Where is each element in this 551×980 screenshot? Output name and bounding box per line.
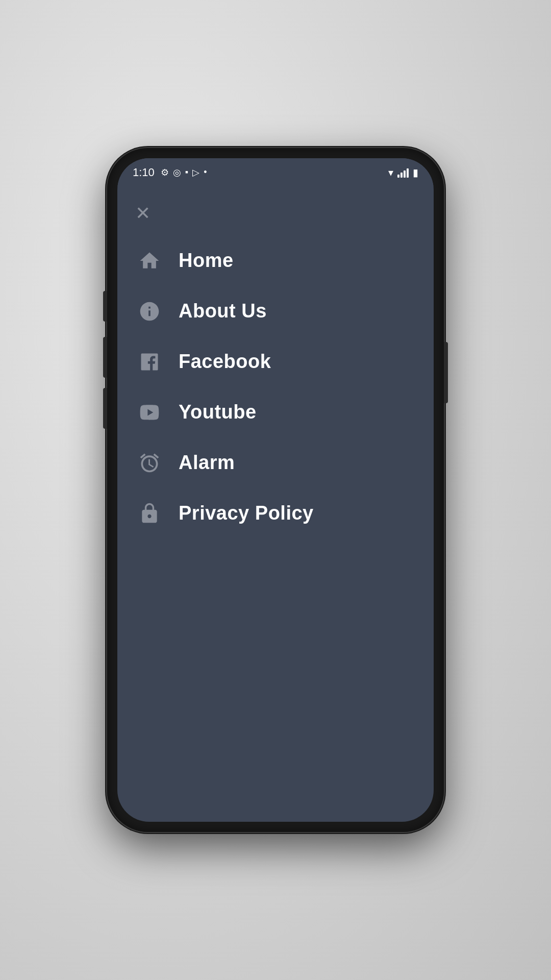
close-icon[interactable]: ✕ bbox=[135, 203, 151, 224]
at-icon: ◎ bbox=[173, 167, 181, 178]
home-icon bbox=[135, 247, 163, 275]
status-bar-right: ▾ ▮ bbox=[388, 166, 418, 179]
wifi-icon: ▾ bbox=[388, 166, 393, 179]
menu-list: Home About Us bbox=[117, 235, 434, 538]
status-bar-left: 1:10 ⚙ ◎ ▪ ▷ • bbox=[133, 166, 207, 179]
facebook-icon bbox=[135, 348, 163, 376]
menu-label-youtube: Youtube bbox=[179, 401, 257, 423]
menu-item-privacy-policy[interactable]: Privacy Policy bbox=[117, 488, 434, 538]
status-bar: 1:10 ⚙ ◎ ▪ ▷ • ▾ ▮ bbox=[117, 158, 434, 186]
menu-content: ✕ Home bbox=[117, 186, 434, 822]
menu-label-home: Home bbox=[179, 250, 234, 272]
sim-icon: ▪ bbox=[185, 167, 188, 178]
info-icon bbox=[135, 297, 163, 325]
menu-item-youtube[interactable]: Youtube bbox=[117, 387, 434, 437]
status-time: 1:10 bbox=[133, 166, 155, 179]
volume-up-button[interactable] bbox=[103, 337, 107, 378]
close-button[interactable]: ✕ bbox=[117, 197, 434, 230]
battery-icon: ▮ bbox=[413, 166, 418, 179]
menu-label-about-us: About Us bbox=[179, 300, 267, 322]
menu-item-about-us[interactable]: About Us bbox=[117, 286, 434, 336]
signal-icon bbox=[397, 167, 409, 178]
menu-item-facebook[interactable]: Facebook bbox=[117, 336, 434, 387]
menu-label-alarm: Alarm bbox=[179, 452, 235, 474]
youtube-icon bbox=[135, 398, 163, 426]
menu-label-facebook: Facebook bbox=[179, 351, 271, 373]
phone-screen: 1:10 ⚙ ◎ ▪ ▷ • ▾ ▮ bbox=[117, 158, 434, 822]
menu-item-alarm[interactable]: Alarm bbox=[117, 437, 434, 488]
volume-down-button[interactable] bbox=[103, 388, 107, 429]
alarm-icon bbox=[135, 449, 163, 477]
menu-item-home[interactable]: Home bbox=[117, 235, 434, 286]
status-icons: ⚙ ◎ ▪ ▷ • bbox=[161, 167, 207, 178]
phone-device: 1:10 ⚙ ◎ ▪ ▷ • ▾ ▮ bbox=[107, 148, 444, 832]
lock-icon bbox=[135, 499, 163, 527]
menu-label-privacy-policy: Privacy Policy bbox=[179, 502, 314, 524]
power-button[interactable] bbox=[444, 342, 448, 403]
play-icon: ▷ bbox=[192, 167, 199, 178]
gear-icon: ⚙ bbox=[161, 167, 169, 178]
volume-mute-button[interactable] bbox=[103, 291, 107, 322]
dot-icon: • bbox=[204, 167, 207, 178]
